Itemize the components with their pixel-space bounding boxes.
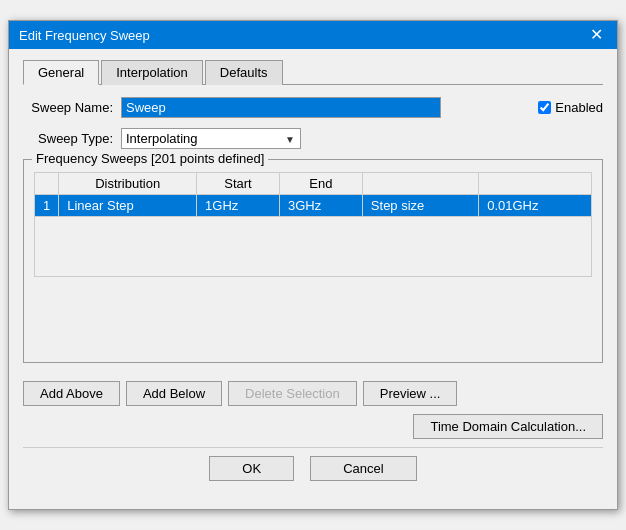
- preview-button[interactable]: Preview ...: [363, 381, 458, 406]
- row-col4: Step size: [362, 195, 478, 217]
- row-end: 3GHz: [279, 195, 362, 217]
- sweep-type-row: Sweep Type: Interpolating Linear Logarit…: [23, 128, 603, 149]
- add-below-button[interactable]: Add Below: [126, 381, 222, 406]
- row-distribution: Linear Step: [59, 195, 197, 217]
- col-start-header: Start: [197, 173, 280, 195]
- col-distribution-header: Distribution: [59, 173, 197, 195]
- tab-defaults[interactable]: Defaults: [205, 60, 283, 85]
- ok-button[interactable]: OK: [209, 456, 294, 481]
- cancel-button[interactable]: Cancel: [310, 456, 416, 481]
- frequency-sweeps-group: Frequency Sweeps [201 points defined] Di…: [23, 159, 603, 363]
- delete-selection-button[interactable]: Delete Selection: [228, 381, 357, 406]
- col-4-header: [362, 173, 478, 195]
- enabled-label: Enabled: [555, 100, 603, 115]
- sweep-name-label: Sweep Name:: [23, 100, 113, 115]
- tab-interpolation[interactable]: Interpolation: [101, 60, 203, 85]
- title-bar: Edit Frequency Sweep ✕: [9, 21, 617, 49]
- col-end-header: End: [279, 173, 362, 195]
- group-legend: Frequency Sweeps [201 points defined]: [32, 151, 268, 166]
- dialog-title: Edit Frequency Sweep: [19, 28, 150, 43]
- col-5-header: [479, 173, 592, 195]
- row-col5: 0.01GHz: [479, 195, 592, 217]
- enabled-checkbox[interactable]: [538, 101, 551, 114]
- dialog-footer: OK Cancel: [23, 447, 603, 495]
- tab-bar: General Interpolation Defaults: [23, 59, 603, 85]
- enabled-row: Enabled: [538, 100, 603, 115]
- table-row[interactable]: 1 Linear Step 1GHz 3GHz Step size 0.01GH…: [35, 195, 592, 217]
- sweep-button-row: Add Above Add Below Delete Selection Pre…: [23, 381, 603, 406]
- sweep-type-label: Sweep Type:: [23, 131, 113, 146]
- empty-row: [35, 217, 592, 277]
- row-num: 1: [35, 195, 59, 217]
- col-num-header: [35, 173, 59, 195]
- dialog-body: General Interpolation Defaults Sweep Nam…: [9, 49, 617, 509]
- time-domain-row: Time Domain Calculation...: [23, 414, 603, 439]
- tab-general[interactable]: General: [23, 60, 99, 85]
- close-button[interactable]: ✕: [586, 27, 607, 43]
- sweep-name-input[interactable]: [121, 97, 441, 118]
- sweep-type-wrapper: Interpolating Linear Logarithmic: [121, 128, 301, 149]
- row-start: 1GHz: [197, 195, 280, 217]
- add-above-button[interactable]: Add Above: [23, 381, 120, 406]
- sweep-name-row: Sweep Name: Enabled: [23, 97, 603, 118]
- sweep-table: Distribution Start End 1 Linear Step 1GH…: [34, 172, 592, 277]
- sweep-type-select[interactable]: Interpolating Linear Logarithmic: [121, 128, 301, 149]
- time-domain-button[interactable]: Time Domain Calculation...: [413, 414, 603, 439]
- dialog: Edit Frequency Sweep ✕ General Interpola…: [8, 20, 618, 510]
